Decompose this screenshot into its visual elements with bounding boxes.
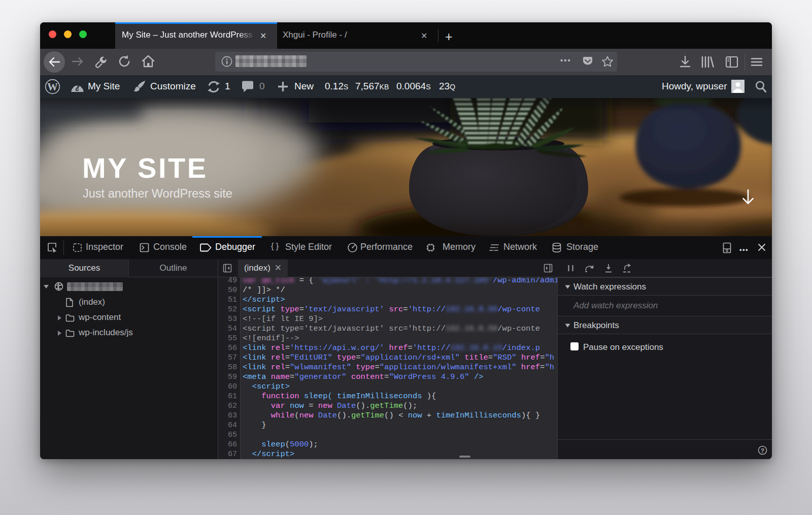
svg-text:?: ? <box>761 447 764 454</box>
svg-text:W: W <box>47 81 58 93</box>
